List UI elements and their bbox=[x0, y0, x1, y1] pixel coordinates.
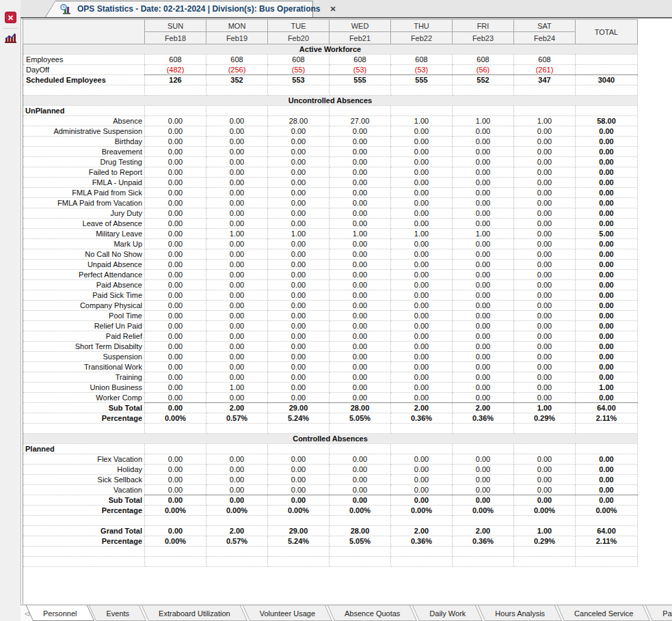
row-label: Grand Total bbox=[23, 526, 145, 536]
cell-value: 0.00 bbox=[514, 454, 576, 465]
cell-value: 0.00 bbox=[268, 311, 330, 321]
table-body: Active WorkforceEmployees608608608608608… bbox=[23, 44, 638, 567]
cell-value: (53) bbox=[391, 65, 453, 75]
cell-value: 1.00 bbox=[514, 116, 576, 126]
cell-value: 0.00 bbox=[145, 239, 206, 249]
bottom-tab-personnel[interactable]: Personnel bbox=[29, 605, 91, 621]
cell-value: 0.00 bbox=[330, 260, 391, 270]
cell-value bbox=[514, 557, 576, 567]
cell-value: 1.00 bbox=[206, 383, 268, 393]
cell-value: 0.00 bbox=[145, 198, 206, 208]
cell-value: 0.00 bbox=[206, 260, 268, 270]
cell-value: 0.00 bbox=[514, 270, 576, 280]
cell-value: 1.00 bbox=[514, 526, 576, 536]
cell-value: 0.00 bbox=[145, 526, 206, 536]
cell-value bbox=[268, 85, 330, 96]
document-tab-strip: OPS Statistics - Date: 02-21-2024 | Divi… bbox=[21, 0, 672, 18]
cell-value: 608 bbox=[391, 55, 453, 65]
cell-value: 0.00 bbox=[268, 178, 330, 188]
data-row-mark-up: Mark Up0.000.000.000.000.000.000.000.00 bbox=[23, 239, 638, 249]
bottom-tab-daily-work[interactable]: Daily Work bbox=[416, 605, 479, 621]
cell-value: 0.00% bbox=[514, 506, 576, 516]
cell-value: 0.00 bbox=[453, 372, 514, 383]
row-label: Jury Duty bbox=[23, 208, 145, 219]
cell-value: 28.00 bbox=[268, 116, 330, 126]
cell-value: 552 bbox=[453, 75, 514, 85]
cell-value: 0.00 bbox=[145, 454, 206, 465]
cell-value: 0.00 bbox=[145, 331, 206, 342]
bottom-tab-pay-code-summary[interactable]: Pay Code Summary bbox=[649, 605, 672, 621]
bottom-tab-canceled-service[interactable]: Canceled Service bbox=[561, 605, 647, 621]
cell-value: 0.00 bbox=[330, 167, 391, 178]
data-row-sub-total: Sub Total0.000.000.000.000.000.000.000.0… bbox=[23, 495, 638, 506]
cell-value: (53) bbox=[330, 65, 391, 75]
data-row-unpaid-absence: Unpaid Absence0.000.000.000.000.000.000.… bbox=[23, 260, 638, 270]
cell-value: 0.00% bbox=[391, 506, 453, 516]
cell-value bbox=[330, 85, 391, 96]
cell-value: 0.00 bbox=[391, 249, 453, 260]
data-row-relief-un-paid: Relief Un Paid0.000.000.000.000.000.000.… bbox=[23, 321, 638, 331]
data-row-perfect-attendance: Perfect Attendance0.000.000.000.000.000.… bbox=[23, 270, 638, 280]
cell-value bbox=[514, 516, 576, 526]
cell-value bbox=[268, 106, 330, 116]
cell-value: 0.00 bbox=[453, 208, 514, 219]
bottom-tab-absence-quotas[interactable]: Absence Quotas bbox=[331, 605, 414, 621]
cell-value bbox=[514, 85, 576, 96]
bottom-tab-hours-analysis[interactable]: Hours Analysis bbox=[481, 605, 559, 621]
row-label: Sub Total bbox=[23, 403, 145, 413]
bottom-tab-events[interactable]: Events bbox=[92, 605, 143, 621]
close-report-button[interactable]: ✕ bbox=[5, 12, 16, 23]
cell-value: 0.00 bbox=[268, 362, 330, 372]
cell-total: 0.00 bbox=[576, 331, 638, 342]
cell-value: 0.00 bbox=[145, 321, 206, 331]
data-row-fmla-unpaid: FMLA - Unpaid0.000.000.000.000.000.000.0… bbox=[23, 178, 638, 188]
cell-value: 0.00 bbox=[514, 219, 576, 229]
cell-value: 0.00 bbox=[453, 485, 514, 495]
cell-value: 0.00 bbox=[453, 321, 514, 331]
cell-value: 1.00 bbox=[453, 229, 514, 239]
cell-value: 0.00 bbox=[206, 393, 268, 403]
cell-value: 0.00 bbox=[453, 352, 514, 362]
cell-value: (56) bbox=[453, 65, 514, 75]
cell-value: 0.00 bbox=[145, 465, 206, 475]
cell-value: 29.00 bbox=[268, 403, 330, 413]
cell-value: 0.00 bbox=[453, 239, 514, 249]
section-band-controlled-absences: Controlled Absences bbox=[23, 434, 638, 444]
cell-value: 608 bbox=[268, 55, 330, 65]
cell-value: 0.00 bbox=[453, 157, 514, 167]
bottom-tab-volunteer-usage[interactable]: Volunteer Usage bbox=[246, 605, 329, 621]
tab-close-icon[interactable]: ✕ bbox=[330, 5, 336, 13]
cell-value: 0.00 bbox=[514, 321, 576, 331]
cell-value bbox=[514, 106, 576, 116]
cell-value: 608 bbox=[206, 55, 268, 65]
spacer-row bbox=[23, 547, 638, 557]
cell-value bbox=[391, 516, 453, 526]
cell-value: 553 bbox=[268, 75, 330, 85]
cell-value bbox=[453, 424, 514, 434]
cell-value: 0.00% bbox=[330, 506, 391, 516]
cell-value: 0.00 bbox=[145, 475, 206, 485]
data-row-drug-testing: Drug Testing0.000.000.000.000.000.000.00… bbox=[23, 157, 638, 167]
cell-value: 1.00 bbox=[268, 229, 330, 239]
row-label: Military Leave bbox=[23, 229, 145, 239]
cell-value: 0.00 bbox=[206, 208, 268, 219]
data-row-sub-total: Sub Total0.002.0029.0028.002.002.001.006… bbox=[23, 403, 638, 413]
cell-value: 0.00 bbox=[206, 495, 268, 506]
bottom-tab-extraboard-utilization[interactable]: Extraboard Utilization bbox=[145, 605, 244, 621]
row-label: Planned bbox=[23, 444, 145, 454]
tab-ops-statistics[interactable]: OPS Statistics - Date: 02-21-2024 | Divi… bbox=[45, 1, 313, 17]
cell-value: 0.00 bbox=[330, 454, 391, 465]
row-label: Transitional Work bbox=[23, 362, 145, 372]
cell-value: 2.00 bbox=[453, 403, 514, 413]
chart-icon[interactable] bbox=[3, 31, 17, 44]
col-header-date-feb19: Feb19 bbox=[206, 32, 268, 44]
cell-value: 0.00 bbox=[145, 393, 206, 403]
data-row-grand-total: Grand Total0.002.0029.0028.002.002.001.0… bbox=[23, 526, 638, 536]
cell-value: 5.24% bbox=[268, 536, 330, 547]
data-row-paid-relief: Paid Relief0.000.000.000.000.000.000.000… bbox=[23, 331, 638, 342]
data-row-absence: Absence0.000.0028.0027.001.001.001.0058.… bbox=[23, 116, 638, 126]
cell-value: 0.00 bbox=[206, 362, 268, 372]
cell-total: 0.00 bbox=[576, 311, 638, 321]
cell-value: 0.00 bbox=[330, 249, 391, 260]
cell-value: 1.00 bbox=[391, 229, 453, 239]
